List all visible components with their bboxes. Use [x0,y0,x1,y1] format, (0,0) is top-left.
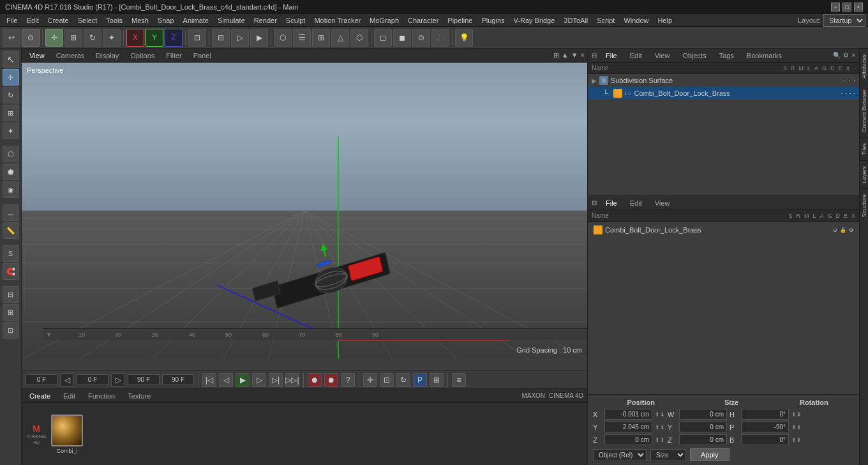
size-y-input[interactable] [679,422,727,432]
size-z-input[interactable] [679,434,727,445]
redo-button[interactable]: ⊙ [22,29,40,47]
obj-settings-icon[interactable]: ⚙ [843,52,849,59]
menu-snap[interactable]: Snap [154,15,178,26]
rotate-tool[interactable]: ↻ [84,29,101,47]
end-frame-input[interactable] [128,374,160,385]
menu-mograph[interactable]: MoGraph [366,15,403,26]
vp-arrow-down[interactable]: ▼ [571,51,578,59]
obj-tab-edit[interactable]: Edit [626,50,646,61]
measure-tool[interactable]: 📏 [3,222,19,239]
magnet-tool[interactable]: 🧲 [3,263,19,280]
scale-tool-btn[interactable]: ⊞ [3,105,19,121]
select-tool-btn[interactable]: ↖ [3,51,19,68]
view-2[interactable]: ▷ [231,29,249,47]
obj-tab-bookmarks[interactable]: Bookmarks [743,50,786,61]
mat-tab-edit[interactable]: Edit [59,391,79,401]
current-frame-input[interactable] [77,374,108,385]
disp-1[interactable]: ◻ [374,29,392,47]
obj-tab-view[interactable]: View [651,50,674,61]
info-btn[interactable]: ? [341,373,355,387]
menu-create[interactable]: Create [44,15,73,26]
transform-tool-btn[interactable]: ✛ [3,69,19,86]
menu-sculpt[interactable]: Sculpt [282,15,310,26]
go-end2-btn[interactable]: ▷▷| [285,373,299,387]
tab-tiles[interactable]: Tiles [860,137,868,160]
menu-script[interactable]: Script [593,15,618,26]
move-tool[interactable]: ✛ [45,29,63,47]
polygon-tool[interactable]: ⬡ [3,146,19,162]
obj-tab-file[interactable]: File [602,50,621,61]
menu-mesh[interactable]: Mesh [128,15,153,26]
tab-layers[interactable]: Layers [860,160,868,188]
vp-tab-display[interactable]: Display [91,50,124,61]
size-mode-select[interactable]: Size Scale [650,449,686,461]
axis-z-button[interactable]: Z [165,29,183,47]
attr-tab-view[interactable]: View [651,198,674,208]
disp-4[interactable]: 🎥 [431,29,449,47]
minimize-button[interactable]: − [831,3,840,11]
vp-expand-btn[interactable]: ⊞ [553,51,559,59]
view-1[interactable]: ⊟ [212,29,230,47]
apply-button[interactable]: Apply [690,448,730,461]
pos-z-input[interactable] [604,434,652,445]
vp-tab-filter[interactable]: Filter [161,50,186,61]
vp-arrow-up[interactable]: ▲ [562,51,569,59]
tl-arrow-right[interactable]: ▷ [111,373,125,387]
layers-btn[interactable]: ⊟ [3,286,19,303]
pos-x-input[interactable] [604,409,652,420]
record-sel-btn[interactable]: ⏺ [324,373,338,387]
obj-mode-3[interactable]: ⊞ [312,29,330,47]
menu-edit[interactable]: Edit [23,15,43,26]
disp-3[interactable]: ⊙ [412,29,430,47]
vp-close-btn[interactable]: × [581,51,585,59]
menu-simulate[interactable]: Simulate [214,15,249,26]
obj-mode-2[interactable]: ☰ [293,29,311,47]
transform-tool[interactable]: ✦ [103,29,121,47]
tl-tool-2[interactable]: ⊡ [380,373,394,387]
size-w-input[interactable] [679,409,727,420]
grid-btn[interactable]: ⊞ [3,304,19,321]
go-start-btn[interactable]: |◁ [202,373,216,387]
obj-mode-5[interactable]: ⬡ [350,29,368,47]
coord-button[interactable]: ⊡ [188,29,206,47]
vp-tab-panel[interactable]: Panel [188,50,216,61]
menu-motion-tracker[interactable]: Motion Tracker [310,15,364,26]
rot-b-input[interactable] [741,434,789,445]
knife-tool[interactable]: ⚊ [3,204,19,221]
menu-select[interactable]: Select [74,15,101,26]
attr-tab-edit[interactable]: Edit [626,198,646,208]
coord-system-select[interactable]: Object (Rel) World [593,449,647,461]
tab-attributes[interactable]: Attributes [860,49,868,84]
start-frame-input[interactable] [26,374,57,385]
viewport-3d[interactable]: X Y Z Perspective Grid Spacing : 10 cm [22,63,587,359]
menu-window[interactable]: Window [620,15,652,26]
vp-tab-view[interactable]: View [24,50,50,61]
alt-frame-input[interactable] [162,374,194,385]
rot-p-input[interactable] [741,422,789,432]
mat-tab-function[interactable]: Function [84,391,119,401]
tl-tool-6[interactable]: ≡ [452,373,466,387]
tl-tool-3[interactable]: ↻ [396,373,410,387]
axis-x-button[interactable]: X [126,29,144,47]
maximize-button[interactable]: □ [842,3,851,11]
obj-search-icon[interactable]: 🔍 [833,52,841,59]
menu-tools[interactable]: Tools [102,15,126,26]
freeform-tool-btn[interactable]: ✦ [3,123,19,139]
menu-plugins[interactable]: Plugins [477,15,508,26]
close-button[interactable]: × [854,3,863,11]
menu-animate[interactable]: Animate [179,15,213,26]
menu-3dtoall[interactable]: 3DToAll [560,15,592,26]
mat-tab-create[interactable]: Create [26,391,54,401]
go-end-btn[interactable]: ▷| [269,373,283,387]
attr-tab-file[interactable]: File [602,198,621,208]
obj-subdivision-surface[interactable]: ▶ S Subdivision Surface ··· [588,74,859,87]
obj-tab-tags[interactable]: Tags [715,50,738,61]
tab-content-browser[interactable]: Content Browser [860,84,868,137]
axis-y-button[interactable]: Y [146,29,163,47]
menu-character[interactable]: Character [404,15,442,26]
vp-tab-options[interactable]: Options [125,50,160,61]
menu-render[interactable]: Render [250,15,281,26]
rotate-tool-btn[interactable]: ↻ [3,87,19,103]
step-fwd-btn[interactable]: ▷ [252,373,266,387]
obj-close-icon[interactable]: × [851,52,855,59]
